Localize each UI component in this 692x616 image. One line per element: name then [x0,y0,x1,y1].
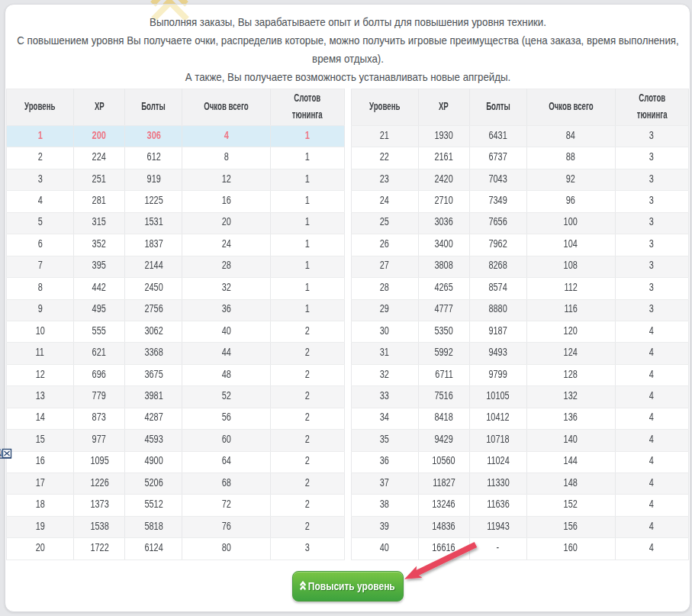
table-cell: 9187 [469,321,526,342]
table-cell: 9429 [418,430,469,451]
table-cell: 3 [615,191,689,212]
broken-image-alt-text: Ñ [0,449,2,458]
level-up-button[interactable]: Повысить уровень [292,571,404,601]
table-cell: 15 [7,430,74,451]
table-cell: 16 [7,451,74,472]
table-row: 31599294931244 [351,343,689,364]
table-cell: 2 [271,495,345,516]
table-cell: 977 [74,430,125,451]
table-cell: 621 [74,343,125,364]
table-cell: 28 [182,256,271,277]
table-cell: 7656 [469,212,526,234]
table-row: 42811225161 [7,191,345,212]
table-cell: 3 [615,126,689,147]
table-cell: 1 [271,191,345,212]
table-cell: 2 [271,451,345,472]
table-cell: 555 [74,321,125,342]
table-cell: 1225 [125,191,182,212]
table-cell: 8418 [418,408,469,429]
broken-image-artifact: Ñ [0,447,13,463]
table-cell: 68 [182,473,271,495]
column-header: Уровень [351,89,418,126]
table-cell: 4 [615,516,689,537]
table-cell: 10105 [469,386,526,408]
table-cell: 2756 [125,299,182,321]
table-row: 2119306431843 [351,126,689,147]
table-cell: 24 [182,234,271,256]
table-cell: 3 [7,169,74,190]
column-header: Болты [125,89,182,126]
table-row: 222461281 [7,147,345,169]
table-cell: 32 [351,364,418,385]
intro-line: Выполняя заказы, Вы зарабатываете опыт и… [150,13,546,31]
table-cell: 44 [182,343,271,364]
table-cell: 2 [271,343,345,364]
table-cell: 7043 [469,169,526,190]
table-cell: 4 [615,364,689,385]
table-cell: 38 [351,495,418,516]
table-cell: 1 [271,299,345,321]
table-cell: 11827 [418,473,469,495]
table-cell: 2 [7,147,74,169]
table-cell: 1 [271,234,345,256]
table-cell: 495 [74,299,125,321]
table-cell: 5206 [125,473,182,495]
level-up-button-label: Повысить уровень [308,579,395,592]
table-cell: 34 [351,408,418,429]
table-row: 94952756361 [7,299,345,321]
table-row: 28426585741123 [351,278,689,299]
table-cell: 4593 [125,430,182,451]
table-row: 3914836119431564 [351,516,689,537]
table-cell: 152 [526,495,615,516]
table-cell: 124 [526,343,615,364]
level-table-21-40: УровеньХРБолтыОчков всегоСлотов тюнинга … [351,89,690,560]
table-cell: 14 [7,408,74,429]
table-cell: 8268 [469,256,526,277]
column-header: Очков всего [526,89,615,126]
column-header: ХР [418,89,469,126]
table-cell: 6737 [469,147,526,169]
table-cell: 5 [7,212,74,234]
table-cell: - [469,538,526,560]
table-cell: 88 [526,147,615,169]
table-cell: 873 [74,408,125,429]
table-cell: 96 [526,191,615,212]
table-cell: 1 [271,278,345,299]
table-cell: 3 [615,256,689,277]
table-row: 148734287562 [7,408,345,429]
table-cell: 52 [182,386,271,408]
table-cell: 2 [271,516,345,537]
table-cell: 9 [7,299,74,321]
table-cell: 612 [125,147,182,169]
table-cell: 2420 [418,169,469,190]
table-row: 1610954900642 [7,451,345,472]
table-row: 3610560110241444 [351,451,689,472]
table-cell: 5818 [125,516,182,537]
table-cell: 3 [615,299,689,321]
table-cell: 3 [615,169,689,190]
table-cell: 18 [7,495,74,516]
table-header-row: УровеньХРБолтыОчков всегоСлотов тюнинга [351,89,689,126]
table-cell: 3 [615,147,689,169]
table-row: 53151531201 [7,212,345,234]
table-cell: 1531 [125,212,182,234]
table-cell: 5512 [125,495,182,516]
intro-line: А также, Вы получаете возможность устана… [185,68,510,86]
table-cell: 4287 [125,408,182,429]
table-cell: 1 [7,126,74,147]
table-cell: 108 [526,256,615,277]
table-cell: 251 [74,169,125,190]
table-cell: 3 [615,212,689,234]
table-cell: 16 [182,191,271,212]
table-cell: 35 [351,430,418,451]
table-cell: 60 [182,430,271,451]
column-header: ХР [74,89,125,126]
table-row: 137793981522 [7,386,345,408]
table-row: 25303676561003 [351,212,689,234]
table-row: 120030641 [7,126,345,147]
table-cell: 7516 [418,386,469,408]
double-chevron-up-icon [300,581,307,591]
table-cell: 779 [74,386,125,408]
table-cell: 24 [351,191,418,212]
table-cell: 21 [351,126,418,147]
